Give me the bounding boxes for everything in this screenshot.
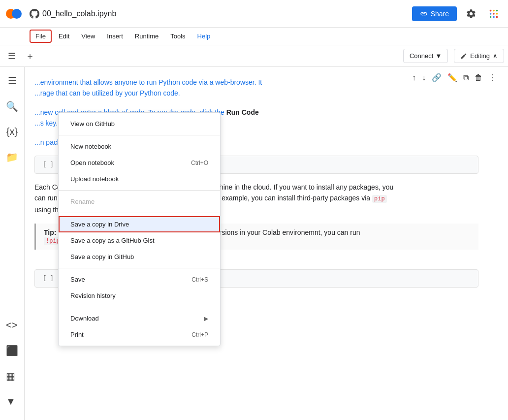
divider-4 [59,268,220,268]
move-down-button[interactable]: ↓ [420,71,428,84]
save-label: Save [70,276,85,283]
link-icon [420,10,428,18]
top-bar: 00_hello_colab.ipynb Share [0,0,508,28]
menu-item-upload-notebook[interactable]: Upload notebook [59,171,220,187]
menu-insert[interactable]: Insert [102,31,128,42]
google-apps-button[interactable] [485,5,502,22]
print-label: Print [70,331,84,338]
gear-icon [466,8,476,19]
svg-point-4 [493,13,495,15]
logo [6,9,22,19]
cell-bracket-2: [ ] [43,275,54,282]
share-button[interactable]: Share [412,6,457,21]
move-up-button[interactable]: ↑ [410,71,418,84]
share-label: Share [431,10,449,18]
sidebar-terminal-icon[interactable]: ⬛ [3,342,21,359]
add-cell-button[interactable]: ＋ [22,48,38,65]
divider-3 [59,213,220,213]
download-label: Download [70,315,99,322]
menu-toggle-button[interactable]: ☰ [4,48,20,64]
text-blue-1: ...environment that allows anyone to run… [34,78,262,86]
sidebar-search-icon[interactable]: 🔍 [3,97,21,115]
revision-history-label: Revision history [70,292,116,299]
new-notebook-label: New notebook [70,143,111,150]
save-copy-gist-label: Save a copy as a GitHub Gist [70,237,155,244]
settings-button[interactable] [463,5,479,22]
menu-item-save-copy-drive[interactable]: Save a copy in Drive [59,216,220,232]
sidebar-toc-icon[interactable]: ☰ [5,72,20,90]
save-copy-drive-label: Save a copy in Drive [70,221,129,228]
menu-view[interactable]: View [76,31,100,42]
divider-5 [59,307,220,307]
open-notebook-label: Open notebook [70,159,114,166]
divider-1 [59,135,220,135]
divider-2 [59,190,220,191]
connect-button[interactable]: Connect ▼ [403,49,448,63]
svg-point-1 [493,9,495,11]
copy-cell-button[interactable]: ⧉ [461,71,471,84]
github-icon [30,9,39,19]
logo-blue [12,9,22,19]
editing-label: Editing [470,52,490,60]
edit-cell-button[interactable]: ✏️ [445,71,459,84]
menu-item-view-github[interactable]: View on GitHub [59,116,220,132]
menu-help[interactable]: Help [192,31,216,42]
sidebar: ☰ 🔍 {x} 📁 <> ⬛ ▦ ▼ [0,67,25,420]
more-cell-button[interactable]: ⋮ [486,71,498,84]
sidebar-variables-icon[interactable]: {x} [3,123,21,140]
text-blue-4: ...s key. [34,119,58,127]
tip-label: Tip: [44,228,56,236]
svg-point-5 [496,13,498,15]
menu-item-save-copy-github[interactable]: Save a copy in GitHub [59,249,220,265]
menu-tools[interactable]: Tools [165,31,190,42]
cell-bracket-1: [ ] [43,161,54,168]
save-copy-github-label: Save a copy in GitHub [70,253,134,260]
run-code-label: Run Code [226,108,259,116]
menu-item-new-notebook[interactable]: New notebook [59,138,220,155]
open-notebook-shortcut: Ctrl+O [191,160,208,166]
sidebar-code-icon[interactable]: <> [3,317,21,334]
menu-item-save[interactable]: Save Ctrl+S [59,271,220,288]
link-cell-button[interactable]: 🔗 [430,71,444,84]
svg-point-6 [490,16,492,18]
svg-point-3 [490,13,492,15]
view-github-label: View on GitHub [70,120,115,128]
svg-point-7 [493,16,495,18]
svg-point-2 [496,9,498,11]
rename-label: Rename [70,198,95,205]
menu-edit[interactable]: Edit [54,31,74,42]
file-menu-dropdown: View on GitHub New notebook Open noteboo… [58,112,221,346]
menu-item-print[interactable]: Print Ctrl+P [59,326,220,343]
file-name: 00_hello_colab.ipynb [42,9,116,18]
upload-notebook-label: Upload notebook [70,175,119,183]
connect-label: Connect [410,52,433,60]
menu-item-open-notebook[interactable]: Open notebook Ctrl+O [59,155,220,171]
notebook-title: 00_hello_colab.ipynb [30,9,116,19]
connect-chevron-icon: ▼ [435,52,442,60]
text-blue-2: ...rage that can be utilized by your Pyt… [34,89,180,97]
content-area: ↑ ↓ 🔗 ✏️ ⧉ 🗑 ⋮ ...environment that allow… [25,67,508,420]
menu-item-rename: Rename [59,194,220,210]
menu-item-download[interactable]: Download ▶ [59,310,220,326]
inline-code-2: pip [372,195,387,203]
delete-cell-button[interactable]: 🗑 [473,71,484,84]
menu-bar: File Edit View Insert Runtime Tools Help [0,28,508,45]
editing-chevron-icon: ∧ [493,52,498,60]
editing-button[interactable]: Editing ∧ [454,49,504,63]
apps-icon [488,8,499,19]
menu-runtime[interactable]: Runtime [130,31,163,42]
download-arrow-icon: ▶ [204,315,208,322]
pencil-icon [460,53,467,60]
sidebar-cell-icon[interactable]: ▦ [3,367,21,385]
main-layout: ☰ 🔍 {x} 📁 <> ⬛ ▦ ▼ ↑ ↓ 🔗 ✏️ ⧉ 🗑 ⋮ ...env… [0,67,508,420]
menu-item-revision-history[interactable]: Revision history [59,288,220,304]
sidebar-files-icon[interactable]: 📁 [3,148,21,166]
svg-point-8 [496,16,498,18]
menu-item-save-copy-gist[interactable]: Save a copy as a GitHub Gist [59,232,220,249]
cell-toolbar: ↑ ↓ 🔗 ✏️ ⧉ 🗑 ⋮ [410,71,498,84]
toolbar-row: ☰ ＋ Connect ▼ Editing ∧ [0,45,508,67]
top-actions: Share [412,5,502,22]
sidebar-expand-icon[interactable]: ▼ [3,393,21,410]
menu-file[interactable]: File [30,30,52,43]
print-shortcut: Ctrl+P [191,331,208,338]
